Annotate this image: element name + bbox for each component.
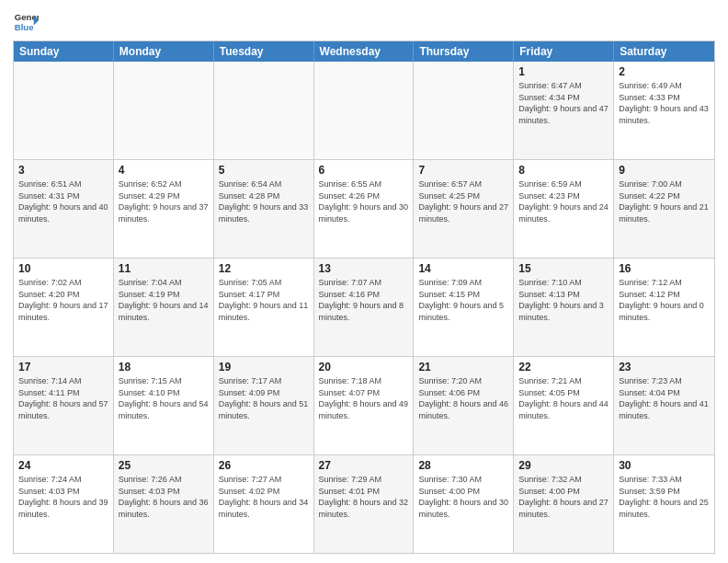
- day-info: Sunrise: 6:55 AM Sunset: 4:26 PM Dayligh…: [319, 178, 409, 224]
- day-number: 2: [619, 64, 710, 79]
- day-info: Sunrise: 7:02 AM Sunset: 4:20 PM Dayligh…: [18, 277, 108, 323]
- logo-icon: General Blue: [13, 9, 39, 35]
- day-cell-21: 21Sunrise: 7:20 AM Sunset: 4:06 PM Dayli…: [414, 357, 514, 454]
- empty-cell: [114, 62, 214, 159]
- day-cell-30: 30Sunrise: 7:33 AM Sunset: 3:59 PM Dayli…: [614, 455, 714, 553]
- day-number: 12: [219, 261, 309, 276]
- day-number: 8: [518, 163, 609, 178]
- day-number: 15: [518, 261, 609, 276]
- header-day-thursday: Thursday: [414, 41, 514, 62]
- day-cell-7: 7Sunrise: 6:57 AM Sunset: 4:25 PM Daylig…: [414, 160, 514, 258]
- day-number: 4: [119, 163, 209, 178]
- day-number: 16: [619, 261, 710, 276]
- day-cell-9: 9Sunrise: 7:00 AM Sunset: 4:22 PM Daylig…: [614, 160, 714, 258]
- day-number: 3: [18, 163, 108, 178]
- day-info: Sunrise: 7:30 AM Sunset: 4:00 PM Dayligh…: [418, 474, 508, 520]
- day-number: 23: [619, 360, 710, 374]
- day-cell-11: 11Sunrise: 7:04 AM Sunset: 4:19 PM Dayli…: [114, 259, 214, 356]
- day-info: Sunrise: 7:12 AM Sunset: 4:12 PM Dayligh…: [619, 277, 710, 323]
- calendar-row: 10Sunrise: 7:02 AM Sunset: 4:20 PM Dayli…: [14, 259, 714, 357]
- day-cell-2: 2Sunrise: 6:49 AM Sunset: 4:33 PM Daylig…: [614, 62, 714, 159]
- day-info: Sunrise: 7:07 AM Sunset: 4:16 PM Dayligh…: [319, 277, 409, 323]
- day-number: 14: [418, 261, 508, 276]
- calendar-body: 1Sunrise: 6:47 AM Sunset: 4:34 PM Daylig…: [14, 62, 714, 553]
- day-number: 1: [518, 64, 609, 79]
- calendar: SundayMondayTuesdayWednesdayThursdayFrid…: [13, 40, 715, 554]
- header-day-monday: Monday: [114, 41, 214, 62]
- day-cell-25: 25Sunrise: 7:26 AM Sunset: 4:03 PM Dayli…: [114, 455, 214, 553]
- day-cell-17: 17Sunrise: 7:14 AM Sunset: 4:11 PM Dayli…: [14, 357, 114, 454]
- day-info: Sunrise: 7:14 AM Sunset: 4:11 PM Dayligh…: [18, 375, 108, 421]
- day-cell-28: 28Sunrise: 7:30 AM Sunset: 4:00 PM Dayli…: [414, 455, 514, 553]
- calendar-row: 17Sunrise: 7:14 AM Sunset: 4:11 PM Dayli…: [14, 357, 714, 455]
- calendar-row: 3Sunrise: 6:51 AM Sunset: 4:31 PM Daylig…: [14, 160, 714, 259]
- page: General Blue SundayMondayTuesdayWednesda…: [0, 0, 728, 563]
- day-number: 25: [119, 458, 209, 473]
- day-info: Sunrise: 6:52 AM Sunset: 4:29 PM Dayligh…: [119, 178, 209, 224]
- day-info: Sunrise: 6:47 AM Sunset: 4:34 PM Dayligh…: [518, 80, 609, 126]
- day-cell-15: 15Sunrise: 7:10 AM Sunset: 4:13 PM Dayli…: [514, 259, 614, 356]
- day-cell-29: 29Sunrise: 7:32 AM Sunset: 4:00 PM Dayli…: [514, 455, 614, 553]
- day-info: Sunrise: 7:00 AM Sunset: 4:22 PM Dayligh…: [619, 178, 710, 224]
- day-info: Sunrise: 7:20 AM Sunset: 4:06 PM Dayligh…: [418, 375, 508, 421]
- day-info: Sunrise: 7:05 AM Sunset: 4:17 PM Dayligh…: [219, 277, 309, 323]
- empty-cell: [14, 62, 114, 159]
- day-cell-24: 24Sunrise: 7:24 AM Sunset: 4:03 PM Dayli…: [14, 455, 114, 553]
- day-cell-13: 13Sunrise: 7:07 AM Sunset: 4:16 PM Dayli…: [314, 259, 415, 356]
- day-cell-14: 14Sunrise: 7:09 AM Sunset: 4:15 PM Dayli…: [414, 259, 514, 356]
- day-info: Sunrise: 7:27 AM Sunset: 4:02 PM Dayligh…: [219, 474, 309, 520]
- empty-cell: [214, 62, 314, 159]
- day-cell-1: 1Sunrise: 6:47 AM Sunset: 4:34 PM Daylig…: [514, 62, 614, 159]
- day-number: 26: [219, 458, 309, 473]
- day-info: Sunrise: 7:26 AM Sunset: 4:03 PM Dayligh…: [119, 474, 209, 520]
- day-number: 21: [418, 360, 508, 374]
- day-number: 17: [18, 360, 108, 374]
- calendar-row: 24Sunrise: 7:24 AM Sunset: 4:03 PM Dayli…: [14, 455, 714, 553]
- day-cell-4: 4Sunrise: 6:52 AM Sunset: 4:29 PM Daylig…: [114, 160, 214, 258]
- day-cell-26: 26Sunrise: 7:27 AM Sunset: 4:02 PM Dayli…: [214, 455, 314, 553]
- day-cell-22: 22Sunrise: 7:21 AM Sunset: 4:05 PM Dayli…: [514, 357, 614, 454]
- day-info: Sunrise: 7:32 AM Sunset: 4:00 PM Dayligh…: [518, 474, 609, 520]
- day-info: Sunrise: 7:18 AM Sunset: 4:07 PM Dayligh…: [319, 375, 409, 421]
- day-cell-6: 6Sunrise: 6:55 AM Sunset: 4:26 PM Daylig…: [314, 160, 415, 258]
- day-number: 22: [518, 360, 609, 374]
- day-info: Sunrise: 7:33 AM Sunset: 3:59 PM Dayligh…: [619, 474, 710, 520]
- day-info: Sunrise: 7:10 AM Sunset: 4:13 PM Dayligh…: [518, 277, 609, 323]
- header-day-sunday: Sunday: [14, 41, 114, 62]
- day-cell-10: 10Sunrise: 7:02 AM Sunset: 4:20 PM Dayli…: [14, 259, 114, 356]
- day-info: Sunrise: 6:51 AM Sunset: 4:31 PM Dayligh…: [18, 178, 108, 224]
- day-info: Sunrise: 6:49 AM Sunset: 4:33 PM Dayligh…: [619, 80, 710, 126]
- day-number: 24: [18, 458, 108, 473]
- day-cell-3: 3Sunrise: 6:51 AM Sunset: 4:31 PM Daylig…: [14, 160, 114, 258]
- day-number: 13: [319, 261, 409, 276]
- day-number: 28: [418, 458, 508, 473]
- day-number: 9: [619, 163, 710, 178]
- day-info: Sunrise: 6:59 AM Sunset: 4:23 PM Dayligh…: [518, 178, 609, 224]
- day-number: 19: [219, 360, 309, 374]
- header-day-saturday: Saturday: [614, 41, 714, 62]
- day-info: Sunrise: 7:29 AM Sunset: 4:01 PM Dayligh…: [319, 474, 409, 520]
- day-info: Sunrise: 6:57 AM Sunset: 4:25 PM Dayligh…: [418, 178, 508, 224]
- day-number: 29: [518, 458, 609, 473]
- day-number: 5: [219, 163, 309, 178]
- day-number: 10: [18, 261, 108, 276]
- day-info: Sunrise: 7:04 AM Sunset: 4:19 PM Dayligh…: [119, 277, 209, 323]
- svg-text:Blue: Blue: [15, 22, 34, 32]
- calendar-row: 1Sunrise: 6:47 AM Sunset: 4:34 PM Daylig…: [14, 62, 714, 160]
- empty-cell: [314, 62, 415, 159]
- day-info: Sunrise: 7:24 AM Sunset: 4:03 PM Dayligh…: [18, 474, 108, 520]
- header: General Blue: [13, 9, 715, 35]
- day-info: Sunrise: 7:21 AM Sunset: 4:05 PM Dayligh…: [518, 375, 609, 421]
- day-cell-18: 18Sunrise: 7:15 AM Sunset: 4:10 PM Dayli…: [114, 357, 214, 454]
- day-number: 7: [418, 163, 508, 178]
- day-number: 11: [119, 261, 209, 276]
- logo: General Blue: [13, 9, 39, 35]
- day-cell-27: 27Sunrise: 7:29 AM Sunset: 4:01 PM Dayli…: [314, 455, 415, 553]
- day-number: 18: [119, 360, 209, 374]
- day-info: Sunrise: 7:17 AM Sunset: 4:09 PM Dayligh…: [219, 375, 309, 421]
- header-day-tuesday: Tuesday: [214, 41, 314, 62]
- day-cell-5: 5Sunrise: 6:54 AM Sunset: 4:28 PM Daylig…: [214, 160, 314, 258]
- day-number: 27: [319, 458, 409, 473]
- day-number: 20: [319, 360, 409, 374]
- day-number: 30: [619, 458, 710, 473]
